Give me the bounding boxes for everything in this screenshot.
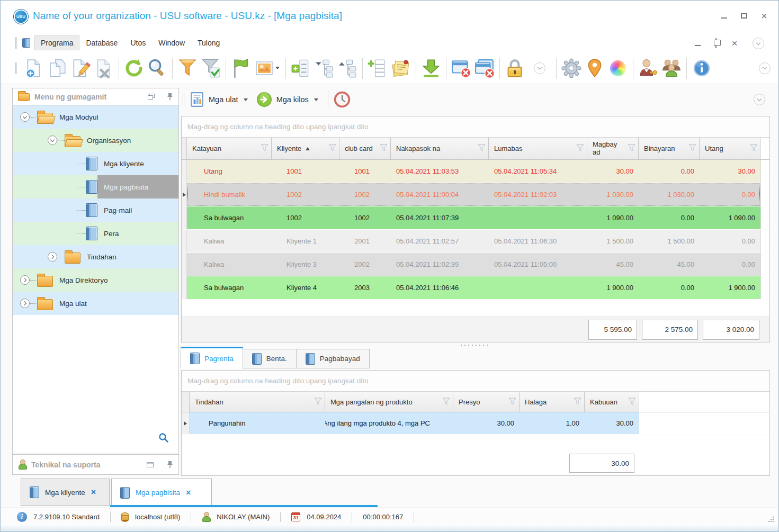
tree-node-organisasyon[interactable]: Organisasyon: [13, 129, 178, 152]
menu-database[interactable]: Database: [79, 35, 124, 50]
maximize-button[interactable]: [740, 12, 748, 20]
column-header-nakapasok[interactable]: Nakapasok na: [391, 138, 489, 159]
toolbar-grip[interactable]: [183, 94, 184, 105]
toolbar-grip[interactable]: [15, 37, 17, 49]
menubar-overflow-icon[interactable]: [753, 38, 764, 49]
tree-node-mga-ulat[interactable]: Mga ulat: [13, 292, 178, 315]
visit-row[interactable]: Kaliwa Kliyente 1 2001 05.04.2021 11:02:…: [182, 230, 769, 253]
collapse-tree-button[interactable]: [336, 56, 359, 80]
close-tab-icon[interactable]: ×: [186, 488, 191, 498]
actions-dropdown[interactable]: Mga kilos: [256, 92, 318, 107]
filter-saved-button[interactable]: [199, 56, 222, 80]
info-button[interactable]: [690, 56, 713, 80]
menu-utos[interactable]: Utos: [124, 35, 152, 50]
float-panel-button[interactable]: [147, 462, 154, 467]
lock-button[interactable]: [503, 56, 526, 80]
edit-record-button[interactable]: [69, 56, 92, 80]
minimize-button[interactable]: [720, 12, 728, 20]
color-scheme-button[interactable]: [606, 56, 630, 80]
filter-icon[interactable]: [380, 144, 388, 153]
collapse-node-icon[interactable]: [48, 136, 57, 145]
close-all-windows-button[interactable]: [473, 56, 496, 80]
tree-node-pag-mail[interactable]: Pag-mail: [13, 199, 178, 222]
tree-node-mga-pagbisita[interactable]: Mga pagbisita: [13, 175, 178, 199]
expand-node-icon[interactable]: [48, 252, 57, 262]
filter-icon[interactable]: [688, 144, 696, 153]
expand-node-icon[interactable]: [20, 299, 30, 308]
filter-icon[interactable]: [576, 144, 584, 153]
column-header-tindahan[interactable]: Tindahan: [190, 392, 325, 412]
flag-button[interactable]: [229, 56, 253, 80]
support-panel[interactable]: Teknikal na suporta: [12, 454, 179, 475]
copy-record-button[interactable]: [46, 56, 69, 80]
expand-node-icon[interactable]: [20, 275, 30, 285]
column-header-kabuuan[interactable]: Kabuuan: [585, 392, 639, 412]
tree-node-mga-kliyente[interactable]: Mga kliyente: [13, 152, 178, 175]
delete-record-button[interactable]: [92, 56, 115, 80]
expand-tree-button[interactable]: [312, 56, 336, 80]
menu-programa[interactable]: Programa: [34, 35, 79, 50]
float-panel-button[interactable]: [148, 94, 155, 100]
column-header-lumabas[interactable]: Lumabas: [489, 138, 587, 159]
mdi-restore-button[interactable]: [715, 39, 717, 48]
toolbar-grip[interactable]: [15, 62, 17, 74]
toolbar-overflow-icon[interactable]: [759, 62, 771, 74]
refresh-button[interactable]: [122, 56, 146, 80]
column-header-produkto[interactable]: Mga pangalan ng produkto: [325, 392, 453, 412]
column-header-katayuan[interactable]: Katayuan: [187, 138, 272, 159]
add-record-button[interactable]: [22, 56, 46, 80]
location-button[interactable]: [583, 56, 606, 80]
visit-row-selected[interactable]: Hindi bumalik 1002 1002 05.04.2021 11:00…: [182, 183, 769, 206]
filter-icon[interactable]: [508, 398, 516, 407]
filter-icon[interactable]: [574, 398, 581, 407]
expand-groups-button[interactable]: [289, 56, 312, 80]
doc-tab-mga-pagbisita[interactable]: Mga pagbisita ×: [111, 479, 212, 506]
tree-node-pera[interactable]: Pera: [13, 222, 178, 245]
tree-search-button[interactable]: [158, 432, 169, 445]
close-button[interactable]: ×: [760, 12, 768, 20]
column-header-halaga[interactable]: Halaga: [520, 392, 585, 412]
column-header-magbayad[interactable]: Magbayad: [587, 138, 639, 159]
pin-panel-button[interactable]: [167, 93, 173, 101]
add-row-button[interactable]: [366, 56, 389, 80]
export-button[interactable]: [419, 56, 443, 80]
tree-node-mga-direktoryo[interactable]: Mga Direktoryo: [13, 268, 178, 292]
menu-window[interactable]: Window: [152, 35, 191, 50]
tab-pagbabayad[interactable]: Pagbabayad: [297, 349, 370, 368]
reports-dropdown[interactable]: Mga ulat: [190, 92, 248, 107]
search-button[interactable]: [146, 56, 169, 80]
doc-tab-mga-kliyente[interactable]: Mga kliyente ×: [21, 479, 110, 506]
menu-tulong[interactable]: Tulong: [191, 35, 226, 50]
user-groups-button[interactable]: [660, 56, 683, 80]
filter-icon[interactable]: [628, 398, 636, 407]
visit-row[interactable]: Sa bulwagan 1002 1002 05.04.2021 11:07:3…: [182, 206, 769, 230]
collapse-node-icon[interactable]: [20, 112, 30, 122]
tree-node-tindahan[interactable]: Tindahan: [13, 245, 178, 268]
close-tab-icon[interactable]: ×: [91, 488, 96, 497]
notes-button[interactable]: [389, 56, 413, 80]
visit-row[interactable]: Utang 1001 1001 05.04.2021 11:03:53 05.0…: [182, 160, 769, 183]
mdi-minimize-button[interactable]: [693, 39, 702, 48]
tree-node-mga-modyul[interactable]: Mga Modyul: [13, 105, 178, 129]
toolbar-overflow-icon[interactable]: [534, 62, 545, 74]
column-header-utang[interactable]: Utang: [700, 138, 760, 159]
column-header-kliyente[interactable]: Kliyente: [272, 138, 339, 159]
user-access-button[interactable]: [637, 56, 660, 80]
tab-pagrenta[interactable]: Pagrenta: [181, 347, 243, 368]
visit-row[interactable]: Sa bulwagan Kliyente 4 2003 05.04.2021 1…: [182, 276, 769, 300]
filter-icon[interactable]: [628, 144, 635, 153]
column-header-binayaran[interactable]: Binayaran: [639, 138, 700, 159]
actionbar-overflow-icon[interactable]: [754, 94, 765, 105]
background-image-button[interactable]: [253, 56, 282, 80]
filter-icon[interactable]: [442, 398, 450, 407]
rent-row-selected[interactable]: Pangunahin 10067 Ang ilang mga produkto …: [182, 412, 769, 435]
settings-button[interactable]: [560, 56, 583, 80]
filter-icon[interactable]: [478, 144, 486, 153]
filter-icon[interactable]: [328, 144, 336, 153]
filter-button[interactable]: [176, 56, 199, 80]
filter-icon[interactable]: [314, 398, 322, 407]
visit-row[interactable]: Kaliwa Kliyente 3 2002 05.04.2021 11:02:…: [182, 253, 769, 276]
resize-grip[interactable]: [767, 516, 774, 522]
close-window-button[interactable]: [450, 56, 473, 80]
timer-button[interactable]: [334, 91, 351, 108]
